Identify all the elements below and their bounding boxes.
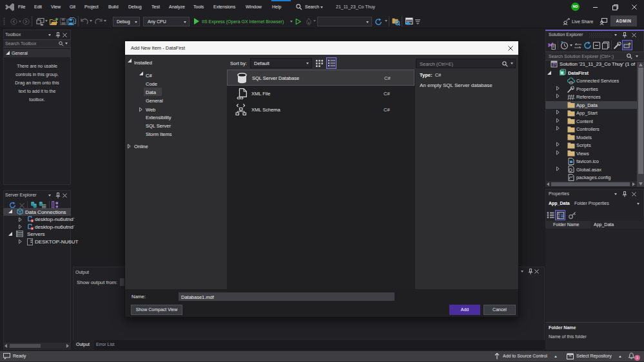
svg-text:Z: Z xyxy=(558,215,560,219)
